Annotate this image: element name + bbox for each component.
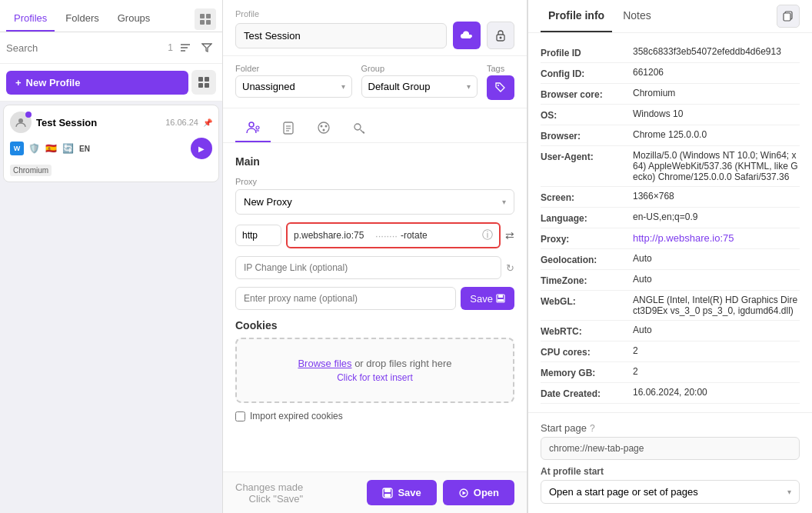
profile-item-header: Test Session 16.06.24 📌	[10, 112, 212, 133]
cpu-value: 2	[633, 345, 800, 356]
proxy-swap-icon[interactable]: ⇄	[505, 229, 514, 242]
browse-files-link[interactable]: Browse files	[298, 358, 351, 369]
proxy-chevron-icon: ▾	[502, 198, 506, 206]
start-page-help-icon[interactable]: ?	[590, 423, 595, 434]
click-insert-link[interactable]: Click for text insert	[255, 372, 494, 383]
sort-icon[interactable]	[176, 38, 195, 57]
browser-key: Browser:	[541, 129, 633, 142]
tags-button[interactable]	[487, 75, 514, 100]
start-page-label: Start page ?	[541, 422, 800, 434]
sidebar-layout-icon[interactable]	[195, 8, 216, 30]
info-row-browser-core: Browser core: Chromium	[541, 84, 800, 105]
proxy-link[interactable]: http://p.webshare.io:75	[633, 232, 734, 244]
right-panel: Profile info Notes Profile ID 358c6833f3…	[527, 0, 812, 513]
info-row-webgl: WebGL: ANGLE (Intel, Intel(R) HD Graphic…	[541, 291, 800, 321]
proxy-name-input[interactable]	[235, 287, 456, 310]
info-row-timezone: TimeZone: Auto	[541, 270, 800, 291]
svg-point-14	[498, 85, 499, 86]
folder-label: Folder	[235, 64, 352, 73]
search-input[interactable]	[6, 42, 165, 54]
tab-profile-info[interactable]: Profile info	[541, 0, 612, 32]
lock-button[interactable]	[487, 22, 514, 49]
info-row-language: Language: en-US,en;q=0.9	[541, 208, 800, 228]
save-proxy-button[interactable]: Save	[461, 287, 514, 310]
svg-rect-31	[384, 494, 391, 497]
folder-value: Unassigned	[242, 81, 295, 92]
editor-footer: Changes made Click "Save" Save Open	[223, 471, 527, 513]
ip-change-input[interactable]	[235, 256, 501, 279]
proxy-select[interactable]: New Proxy ▾	[235, 189, 514, 215]
timezone-key: TimeZone:	[541, 274, 633, 286]
webgl-key: WebGL:	[541, 295, 633, 307]
svg-point-25	[354, 124, 361, 130]
save-button[interactable]: Save	[367, 480, 436, 505]
tab-main[interactable]	[235, 115, 271, 142]
sidebar-search-bar: 1	[0, 32, 222, 64]
group-label: Group	[361, 64, 478, 73]
profile-pin-icon: 📌	[203, 118, 212, 127]
tab-cookies[interactable]	[306, 115, 341, 142]
grid-view-button[interactable]	[191, 70, 216, 95]
filter-icon[interactable]	[198, 38, 216, 57]
footer-hint-line2: Click "Save"	[235, 493, 303, 505]
new-profile-bar: + New Profile	[0, 64, 222, 102]
sidebar-tab-profiles[interactable]: Profiles	[6, 6, 55, 32]
tab-security[interactable]	[341, 115, 377, 142]
geolocation-key: Geolocation:	[541, 253, 633, 265]
profile-name: Test Session	[36, 117, 161, 128]
at-profile-select[interactable]: Open a start page or set of pages ▾	[541, 480, 800, 504]
tab-fingerprint[interactable]	[271, 115, 306, 142]
os-value: Windows 10	[633, 108, 800, 119]
cookies-section: Cookies Browse files or drop files right…	[235, 319, 514, 421]
drop-text: or drop files right here	[354, 358, 451, 369]
play-button[interactable]: ▶	[191, 138, 212, 159]
browse-files-row: Browse files or drop files right here	[255, 358, 494, 369]
profile-name-input[interactable]	[235, 23, 447, 48]
key-icon	[351, 119, 368, 136]
drop-zone[interactable]: Browse files or drop files right here Cl…	[235, 338, 514, 403]
svg-rect-8	[205, 77, 209, 82]
new-profile-button[interactable]: + New Profile	[6, 71, 188, 95]
group-select[interactable]: Default Group ▾	[361, 75, 478, 98]
user-agent-key: User-Agent:	[541, 150, 633, 162]
svg-point-13	[500, 37, 502, 39]
memory-key: Memory GB:	[541, 366, 633, 378]
flag-icon: 🇪🇸	[44, 142, 58, 155]
webgl-value: ANGLE (Intel, Intel(R) HD Graphics Direc…	[633, 295, 800, 316]
svg-rect-7	[198, 77, 203, 82]
info-row-config-id: Config ID: 661206	[541, 63, 800, 84]
tab-notes[interactable]: Notes	[615, 0, 659, 32]
folder-select[interactable]: Unassigned ▾	[235, 75, 352, 98]
info-row-geolocation: Geolocation: Auto	[541, 249, 800, 270]
open-button[interactable]: Open	[443, 480, 514, 505]
proxy-input-wrapper: p.webshare.io:75 ········ -rotate ⓘ	[286, 222, 501, 248]
main-section-title: Main	[235, 155, 514, 168]
svg-rect-3	[206, 20, 211, 25]
proxy-protocol-select[interactable]: http	[235, 225, 281, 246]
at-profile-chevron-icon: ▾	[787, 488, 791, 496]
new-profile-label: New Profile	[26, 77, 81, 88]
sidebar-tab-folders[interactable]: Folders	[58, 6, 106, 32]
copy-button[interactable]	[777, 5, 800, 28]
svg-point-21	[318, 122, 329, 133]
proxy-field-label: Proxy	[235, 177, 514, 186]
profile-id-key: Profile ID	[541, 46, 633, 58]
profile-item[interactable]: Test Session 16.06.24 📌 W 🛡️ 🇪🇸 🔄 EN ▶ C…	[3, 105, 219, 182]
group-value: Default Group	[368, 81, 431, 92]
import-expired-checkbox[interactable]	[235, 411, 245, 421]
sidebar-tab-groups[interactable]: Groups	[110, 6, 158, 32]
sidebar: Profiles Folders Groups 1 + New Profile	[0, 0, 223, 513]
timezone-value: Auto	[633, 274, 800, 285]
date-created-key: Date Created:	[541, 387, 633, 399]
profile-label: Profile	[235, 9, 514, 18]
info-row-browser: Browser: Chrome 125.0.0.0	[541, 125, 800, 146]
svg-rect-28	[498, 299, 504, 301]
at-profile-start-label: At profile start	[541, 466, 800, 477]
screen-value: 1366×768	[633, 191, 800, 202]
refresh-icon[interactable]: ↻	[506, 262, 514, 274]
cloud-button[interactable]	[453, 22, 481, 49]
svg-marker-33	[462, 491, 466, 495]
proxy-info-icon[interactable]: ⓘ	[482, 228, 493, 242]
start-page-url-input[interactable]	[541, 437, 800, 460]
info-row-memory: Memory GB: 2	[541, 362, 800, 383]
